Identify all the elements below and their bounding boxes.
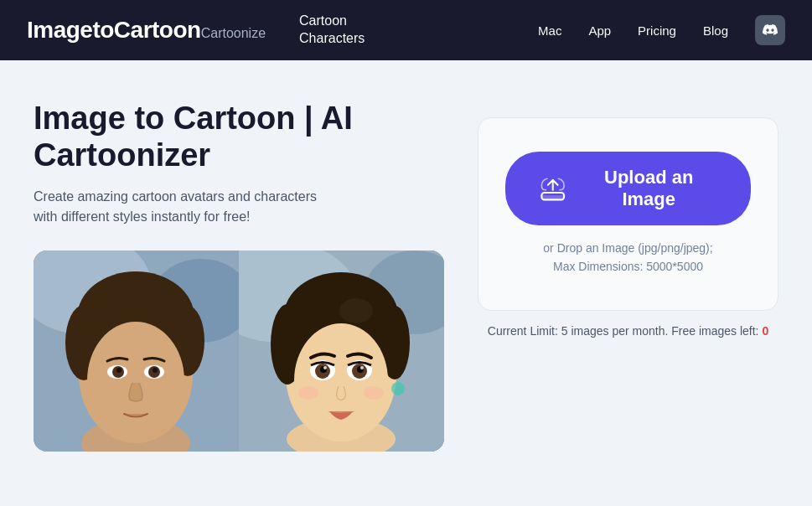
nav-link-app[interactable]: App xyxy=(588,23,611,38)
drop-info-line2: Max Dimensions: 5000*5000 xyxy=(553,260,703,273)
svg-point-33 xyxy=(323,366,327,369)
svg-point-14 xyxy=(116,368,122,373)
brand: ImagetoCartoon Cartoonize xyxy=(27,17,266,44)
limit-text: Current Limit: 5 images per month. Free … xyxy=(488,324,759,338)
nav-characters-label: Characters xyxy=(299,30,365,48)
svg-point-34 xyxy=(360,366,364,369)
svg-point-25 xyxy=(339,298,373,323)
preview-images xyxy=(34,250,444,452)
discord-icon xyxy=(763,24,778,36)
face-svg-left xyxy=(34,250,239,452)
nav-cartoon-label: Cartoon xyxy=(299,13,365,30)
svg-point-37 xyxy=(391,382,405,395)
upload-icon xyxy=(539,173,566,204)
brand-main-text: ImagetoCartoon xyxy=(27,17,201,44)
svg-point-9 xyxy=(87,322,184,439)
drop-info-line1: or Drop an Image (jpg/png/jpeg); xyxy=(543,241,712,255)
page-description: Create amazing cartoon avatars and chara… xyxy=(34,187,444,227)
drop-info: or Drop an Image (jpg/png/jpeg); Max Dim… xyxy=(543,239,712,276)
svg-point-26 xyxy=(294,323,388,437)
nav-link-blog[interactable]: Blog xyxy=(703,23,728,38)
face-svg-right xyxy=(239,250,444,452)
upload-button-label: Upload an Image xyxy=(580,167,717,210)
limit-count: 0 xyxy=(762,324,768,338)
nav-links: Mac App Pricing Blog xyxy=(538,15,785,45)
svg-rect-39 xyxy=(541,195,564,199)
nav-cartoon-characters[interactable]: Cartoon Characters xyxy=(299,13,365,48)
svg-point-35 xyxy=(298,386,318,400)
page-title-line2: Cartoonizer xyxy=(34,137,210,173)
brand-sub-text: Cartoonize xyxy=(201,26,266,41)
page-title-line1: Image to Cartoon | AI xyxy=(34,101,353,136)
discord-button[interactable] xyxy=(755,15,785,45)
upload-card: Upload an Image or Drop an Image (jpg/pn… xyxy=(478,117,778,311)
preview-cartoon xyxy=(239,250,444,452)
limit-info: Current Limit: 5 images per month. Free … xyxy=(478,324,778,338)
nav-link-pricing[interactable]: Pricing xyxy=(638,23,676,38)
svg-point-15 xyxy=(153,368,158,373)
navbar: ImagetoCartoon Cartoonize Cartoon Charac… xyxy=(0,0,812,60)
left-section: Image to Cartoon | AI Cartoonizer Create… xyxy=(34,101,444,452)
svg-point-36 xyxy=(364,386,384,400)
main-content: Image to Cartoon | AI Cartoonizer Create… xyxy=(0,60,812,485)
upload-button[interactable]: Upload an Image xyxy=(505,152,751,225)
nav-link-mac[interactable]: Mac xyxy=(538,23,561,38)
page-title: Image to Cartoon | AI Cartoonizer xyxy=(34,101,444,173)
right-section: Upload an Image or Drop an Image (jpg/pn… xyxy=(478,101,778,338)
preview-original xyxy=(34,250,239,452)
